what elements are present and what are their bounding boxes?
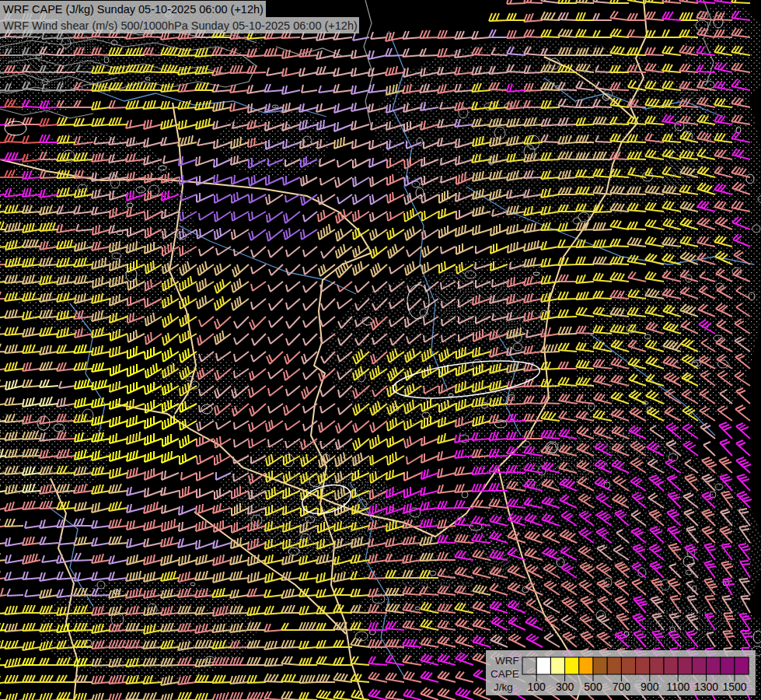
svg-text:300: 300 xyxy=(556,681,574,693)
svg-text:J/kg: J/kg xyxy=(494,681,513,693)
svg-text:1300: 1300 xyxy=(694,681,718,693)
svg-text:100: 100 xyxy=(528,681,546,693)
svg-text:500: 500 xyxy=(584,681,602,693)
svg-text:WRF: WRF xyxy=(495,655,519,667)
svg-text:CAPE: CAPE xyxy=(490,668,519,680)
svg-text:1100: 1100 xyxy=(666,681,689,693)
svg-text:1500: 1500 xyxy=(722,681,746,693)
svg-text:WRF Wind shear (m/s) 500/1000h: WRF Wind shear (m/s) 500/1000hPa Sunday … xyxy=(3,19,358,32)
svg-text:WRF CAPE (J/kg) Sunday 05-10-2: WRF CAPE (J/kg) Sunday 05-10-2025 06:00 … xyxy=(3,3,264,16)
svg-text:700: 700 xyxy=(613,681,631,693)
svg-text:900: 900 xyxy=(641,681,659,693)
